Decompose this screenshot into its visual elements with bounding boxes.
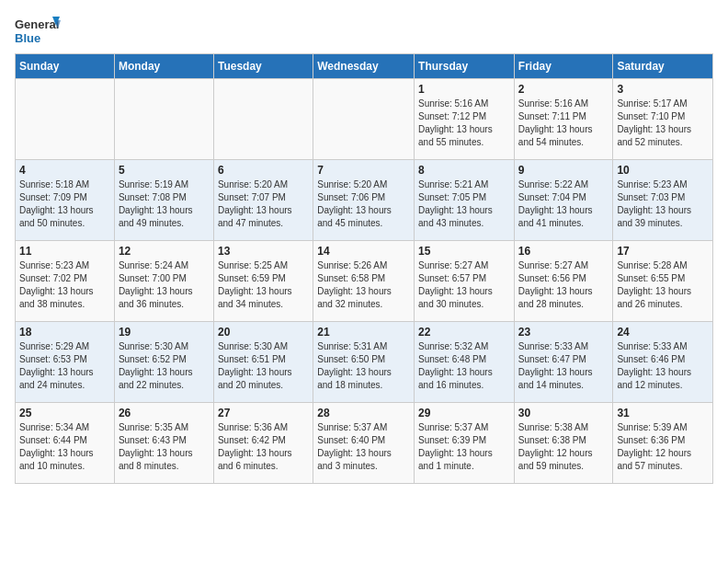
calendar-cell: 6Sunrise: 5:20 AM Sunset: 7:07 PM Daylig… xyxy=(213,160,313,241)
calendar-cell xyxy=(114,79,213,160)
calendar-cell: 24Sunrise: 5:33 AM Sunset: 6:46 PM Dayli… xyxy=(613,322,713,403)
calendar-cell: 31Sunrise: 5:39 AM Sunset: 6:36 PM Dayli… xyxy=(613,403,713,484)
day-header-sunday: Sunday xyxy=(16,54,115,79)
day-info: Sunrise: 5:19 AM Sunset: 7:08 PM Dayligh… xyxy=(119,178,210,230)
calendar-cell: 3Sunrise: 5:17 AM Sunset: 7:10 PM Daylig… xyxy=(613,79,713,160)
day-number: 9 xyxy=(518,164,609,177)
day-info: Sunrise: 5:37 AM Sunset: 6:40 PM Dayligh… xyxy=(317,421,410,473)
day-number: 12 xyxy=(119,245,210,258)
calendar-cell: 13Sunrise: 5:25 AM Sunset: 6:59 PM Dayli… xyxy=(213,241,313,322)
day-info: Sunrise: 5:35 AM Sunset: 6:43 PM Dayligh… xyxy=(119,421,210,473)
day-info: Sunrise: 5:21 AM Sunset: 7:05 PM Dayligh… xyxy=(418,178,510,230)
day-info: Sunrise: 5:28 AM Sunset: 6:55 PM Dayligh… xyxy=(617,259,709,311)
day-header-monday: Monday xyxy=(114,54,213,79)
day-info: Sunrise: 5:25 AM Sunset: 6:59 PM Dayligh… xyxy=(218,259,309,311)
calendar-cell: 20Sunrise: 5:30 AM Sunset: 6:51 PM Dayli… xyxy=(213,322,313,403)
day-number: 3 xyxy=(617,83,709,96)
calendar-cell: 18Sunrise: 5:29 AM Sunset: 6:53 PM Dayli… xyxy=(16,322,115,403)
day-number: 30 xyxy=(518,407,609,419)
calendar-cell xyxy=(213,79,313,160)
day-info: Sunrise: 5:30 AM Sunset: 6:52 PM Dayligh… xyxy=(119,340,210,392)
day-number: 4 xyxy=(19,164,110,177)
day-number: 27 xyxy=(218,407,309,419)
header: General Blue xyxy=(15,15,713,48)
calendar-cell: 27Sunrise: 5:36 AM Sunset: 6:42 PM Dayli… xyxy=(213,403,313,484)
day-number: 13 xyxy=(218,245,309,258)
calendar-cell: 14Sunrise: 5:26 AM Sunset: 6:58 PM Dayli… xyxy=(313,241,415,322)
day-info: Sunrise: 5:20 AM Sunset: 7:07 PM Dayligh… xyxy=(218,178,309,230)
day-header-saturday: Saturday xyxy=(613,54,713,79)
calendar-cell: 15Sunrise: 5:27 AM Sunset: 6:57 PM Dayli… xyxy=(415,241,515,322)
day-info: Sunrise: 5:26 AM Sunset: 6:58 PM Dayligh… xyxy=(317,259,410,311)
day-number: 1 xyxy=(418,83,510,96)
day-info: Sunrise: 5:23 AM Sunset: 7:02 PM Dayligh… xyxy=(19,259,110,311)
calendar-week-2: 4Sunrise: 5:18 AM Sunset: 7:09 PM Daylig… xyxy=(16,160,713,241)
day-number: 29 xyxy=(418,407,510,419)
calendar-week-3: 11Sunrise: 5:23 AM Sunset: 7:02 PM Dayli… xyxy=(16,241,713,322)
day-info: Sunrise: 5:27 AM Sunset: 6:57 PM Dayligh… xyxy=(418,259,510,311)
day-header-thursday: Thursday xyxy=(415,54,515,79)
day-info: Sunrise: 5:17 AM Sunset: 7:10 PM Dayligh… xyxy=(617,98,709,149)
logo: General Blue xyxy=(15,15,61,48)
day-number: 21 xyxy=(317,326,410,339)
calendar-week-5: 25Sunrise: 5:34 AM Sunset: 6:44 PM Dayli… xyxy=(16,403,713,484)
day-number: 16 xyxy=(518,245,609,258)
calendar-cell: 19Sunrise: 5:30 AM Sunset: 6:52 PM Dayli… xyxy=(114,322,213,403)
calendar-week-1: 1Sunrise: 5:16 AM Sunset: 7:12 PM Daylig… xyxy=(16,79,713,160)
day-info: Sunrise: 5:23 AM Sunset: 7:03 PM Dayligh… xyxy=(617,178,709,230)
day-header-tuesday: Tuesday xyxy=(213,54,313,79)
day-number: 7 xyxy=(317,164,410,177)
calendar-cell xyxy=(313,79,415,160)
day-number: 5 xyxy=(119,164,210,177)
day-info: Sunrise: 5:24 AM Sunset: 7:00 PM Dayligh… xyxy=(119,259,210,311)
calendar-cell: 1Sunrise: 5:16 AM Sunset: 7:12 PM Daylig… xyxy=(415,79,515,160)
day-info: Sunrise: 5:29 AM Sunset: 6:53 PM Dayligh… xyxy=(19,340,110,392)
day-number: 28 xyxy=(317,407,410,419)
day-number: 8 xyxy=(418,164,510,177)
day-number: 14 xyxy=(317,245,410,258)
calendar-cell: 21Sunrise: 5:31 AM Sunset: 6:50 PM Dayli… xyxy=(313,322,415,403)
day-info: Sunrise: 5:33 AM Sunset: 6:47 PM Dayligh… xyxy=(518,340,609,392)
calendar-cell: 4Sunrise: 5:18 AM Sunset: 7:09 PM Daylig… xyxy=(16,160,115,241)
day-number: 10 xyxy=(617,164,709,177)
day-info: Sunrise: 5:20 AM Sunset: 7:06 PM Dayligh… xyxy=(317,178,410,230)
calendar-cell: 10Sunrise: 5:23 AM Sunset: 7:03 PM Dayli… xyxy=(613,160,713,241)
day-info: Sunrise: 5:36 AM Sunset: 6:42 PM Dayligh… xyxy=(218,421,309,473)
day-info: Sunrise: 5:18 AM Sunset: 7:09 PM Dayligh… xyxy=(19,178,110,230)
day-info: Sunrise: 5:22 AM Sunset: 7:04 PM Dayligh… xyxy=(518,178,609,230)
svg-text:Blue: Blue xyxy=(15,31,40,45)
day-info: Sunrise: 5:27 AM Sunset: 6:56 PM Dayligh… xyxy=(518,259,609,311)
calendar-cell: 12Sunrise: 5:24 AM Sunset: 7:00 PM Dayli… xyxy=(114,241,213,322)
calendar-cell: 26Sunrise: 5:35 AM Sunset: 6:43 PM Dayli… xyxy=(114,403,213,484)
calendar-table: SundayMondayTuesdayWednesdayThursdayFrid… xyxy=(15,53,713,484)
day-number: 31 xyxy=(617,407,709,419)
day-number: 19 xyxy=(119,326,210,339)
calendar-cell: 17Sunrise: 5:28 AM Sunset: 6:55 PM Dayli… xyxy=(613,241,713,322)
day-info: Sunrise: 5:31 AM Sunset: 6:50 PM Dayligh… xyxy=(317,340,410,392)
day-number: 18 xyxy=(19,326,110,339)
calendar-cell: 22Sunrise: 5:32 AM Sunset: 6:48 PM Dayli… xyxy=(415,322,515,403)
day-number: 24 xyxy=(617,326,709,339)
day-number: 2 xyxy=(518,83,609,96)
calendar-cell: 30Sunrise: 5:38 AM Sunset: 6:38 PM Dayli… xyxy=(514,403,613,484)
day-number: 11 xyxy=(19,245,110,258)
calendar-cell: 16Sunrise: 5:27 AM Sunset: 6:56 PM Dayli… xyxy=(514,241,613,322)
day-info: Sunrise: 5:16 AM Sunset: 7:11 PM Dayligh… xyxy=(518,98,609,149)
calendar-cell: 28Sunrise: 5:37 AM Sunset: 6:40 PM Dayli… xyxy=(313,403,415,484)
day-info: Sunrise: 5:32 AM Sunset: 6:48 PM Dayligh… xyxy=(418,340,510,392)
calendar-week-4: 18Sunrise: 5:29 AM Sunset: 6:53 PM Dayli… xyxy=(16,322,713,403)
calendar-cell: 2Sunrise: 5:16 AM Sunset: 7:11 PM Daylig… xyxy=(514,79,613,160)
day-info: Sunrise: 5:16 AM Sunset: 7:12 PM Dayligh… xyxy=(418,98,510,149)
calendar-cell: 7Sunrise: 5:20 AM Sunset: 7:06 PM Daylig… xyxy=(313,160,415,241)
day-number: 22 xyxy=(418,326,510,339)
day-number: 6 xyxy=(218,164,309,177)
day-number: 20 xyxy=(218,326,309,339)
calendar-cell: 9Sunrise: 5:22 AM Sunset: 7:04 PM Daylig… xyxy=(514,160,613,241)
day-info: Sunrise: 5:38 AM Sunset: 6:38 PM Dayligh… xyxy=(518,421,609,473)
day-info: Sunrise: 5:34 AM Sunset: 6:44 PM Dayligh… xyxy=(19,421,110,473)
day-info: Sunrise: 5:30 AM Sunset: 6:51 PM Dayligh… xyxy=(218,340,309,392)
calendar-cell: 29Sunrise: 5:37 AM Sunset: 6:39 PM Dayli… xyxy=(415,403,515,484)
day-number: 17 xyxy=(617,245,709,258)
calendar-cell: 25Sunrise: 5:34 AM Sunset: 6:44 PM Dayli… xyxy=(16,403,115,484)
day-number: 25 xyxy=(19,407,110,419)
